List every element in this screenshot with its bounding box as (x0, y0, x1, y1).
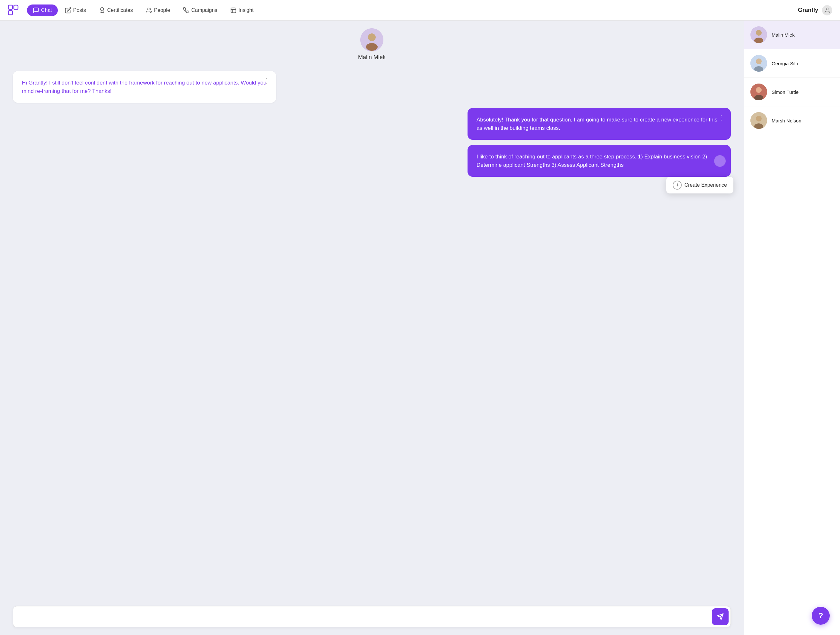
message-action-circle[interactable]: ⋯ (714, 155, 726, 167)
chat-avatar-image (360, 28, 384, 51)
nav-label-insight: Insight (238, 7, 254, 13)
svg-point-13 (756, 30, 762, 36)
svg-point-9 (366, 43, 377, 51)
nav-label-campaigns: Campaigns (191, 7, 217, 13)
message-bubble-sent-1: Absolutely! Thank you for that question.… (467, 108, 731, 140)
right-sidebar: Malin Mlek Georgia Siln Simon Turtle Mar… (744, 21, 840, 635)
nav-item-posts[interactable]: Posts (59, 5, 92, 16)
nav-items: Chat Posts Certificates People Campaigns (27, 5, 795, 16)
nav-item-campaigns[interactable]: Campaigns (177, 5, 223, 16)
insight-nav-icon (230, 7, 237, 14)
message-text-1: Hi Grantly! I still don't feel confident… (22, 80, 267, 94)
message-text-3: I like to think of reaching out to appli… (477, 154, 707, 168)
svg-rect-5 (231, 8, 236, 13)
nav-item-chat[interactable]: Chat (27, 5, 58, 16)
contact-avatar-georgia (750, 55, 767, 72)
brand-name: Grantly (798, 7, 818, 14)
chat-active-username: Malin Mlek (358, 54, 386, 61)
message-text-2: Absolutely! Thank you for that question.… (477, 117, 717, 131)
message-menu-btn-2[interactable]: ⋮ (717, 114, 726, 122)
svg-point-6 (826, 8, 829, 10)
nav-item-people[interactable]: People (140, 5, 176, 16)
svg-point-22 (756, 116, 762, 122)
topnav: Chat Posts Certificates People Campaigns (0, 0, 840, 21)
messages-container[interactable]: Hi Grantly! I still don't feel confident… (0, 66, 744, 601)
certificates-nav-icon (99, 7, 105, 14)
chat-header: Malin Mlek (0, 21, 744, 66)
nav-label-chat: Chat (41, 7, 52, 13)
message-bubble-received: Hi Grantly! I still don't feel confident… (13, 71, 276, 103)
chat-input-field[interactable] (13, 607, 710, 626)
nav-label-people: People (154, 7, 170, 13)
chat-input-wrapper (13, 606, 731, 627)
posts-nav-icon (65, 7, 71, 14)
help-label: ? (818, 611, 823, 620)
contact-name-malin: Malin Mlek (772, 32, 795, 38)
svg-rect-2 (14, 5, 18, 10)
contact-name-georgia: Georgia Siln (772, 61, 798, 66)
nav-item-insight[interactable]: Insight (224, 5, 259, 16)
contact-item-marsh[interactable]: Marsh Nelson (744, 106, 840, 135)
nav-item-certificates[interactable]: Certificates (93, 5, 139, 16)
send-button[interactable] (712, 608, 729, 625)
contact-name-simon: Simon Turtle (772, 89, 799, 95)
svg-rect-0 (8, 5, 13, 10)
svg-point-8 (368, 33, 376, 41)
main-layout: Malin Mlek Hi Grantly! I still don't fee… (0, 21, 840, 635)
nav-label-posts: Posts (73, 7, 86, 13)
message-menu-btn-1[interactable]: ⋮ (262, 77, 271, 84)
create-experience-label[interactable]: Create Experience (684, 181, 727, 189)
create-experience-icon[interactable]: + (673, 181, 682, 190)
svg-point-19 (756, 87, 762, 93)
people-nav-icon (146, 7, 152, 14)
user-profile-icon[interactable] (822, 5, 832, 16)
message-bubble-sent-2: I like to think of reaching out to appli… (467, 145, 731, 177)
nav-label-certificates: Certificates (107, 7, 133, 13)
chat-area: Malin Mlek Hi Grantly! I still don't fee… (0, 21, 744, 635)
contact-item-georgia[interactable]: Georgia Siln (744, 49, 840, 78)
contact-item-malin[interactable]: Malin Mlek (744, 21, 840, 49)
chat-input-area (0, 601, 744, 635)
contact-avatar-marsh (750, 112, 767, 129)
contact-avatar-malin (750, 26, 767, 43)
svg-point-4 (147, 8, 149, 10)
contact-item-simon[interactable]: Simon Turtle (744, 78, 840, 106)
campaigns-nav-icon (183, 7, 189, 14)
svg-rect-1 (8, 11, 13, 15)
contact-avatar-simon (750, 84, 767, 100)
chat-nav-icon (33, 7, 39, 14)
svg-point-16 (756, 59, 762, 64)
chat-active-avatar (360, 28, 384, 51)
nav-right: Grantly (798, 5, 832, 16)
contact-name-marsh: Marsh Nelson (772, 118, 802, 124)
help-button[interactable]: ? (812, 607, 830, 625)
logo-icon[interactable] (8, 5, 19, 16)
context-menu-popup: + Create Experience (666, 177, 733, 193)
